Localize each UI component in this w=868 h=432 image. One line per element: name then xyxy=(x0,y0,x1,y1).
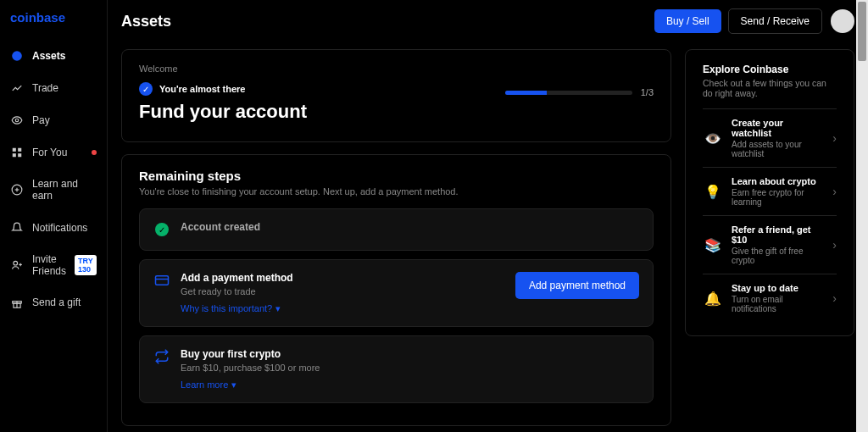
progress: 1/3 xyxy=(505,87,654,97)
step-account-created: ✓ Account created xyxy=(139,208,654,251)
step-sub: Earn $10, purchase $100 or more xyxy=(181,363,639,373)
card-icon xyxy=(153,272,170,289)
svg-rect-4 xyxy=(13,153,16,157)
item-title: Create your watchlist xyxy=(732,118,824,138)
item-title: Stay up to date xyxy=(732,283,824,293)
item-sub: Give the gift of free crypto xyxy=(732,246,824,265)
nav-label: Send a gift xyxy=(32,296,97,308)
trend-icon xyxy=(10,81,24,95)
step-title: Buy your first crypto xyxy=(181,348,639,360)
remaining-sub: You're close to finishing your account s… xyxy=(139,186,654,197)
explore-panel: Explore Coinbase Check out a few things … xyxy=(685,49,854,336)
svg-point-1 xyxy=(15,119,19,122)
bell-icon xyxy=(10,221,24,235)
svg-rect-3 xyxy=(18,148,21,152)
chevron-right-icon: › xyxy=(832,238,837,252)
add-payment-button[interactable]: Add payment method xyxy=(515,272,639,299)
avatar[interactable] xyxy=(831,9,854,33)
gift-icon xyxy=(10,296,24,310)
explore-learn[interactable]: 💡 Learn about crypto Earn free crypto fo… xyxy=(703,167,837,215)
remaining-title: Remaining steps xyxy=(139,169,654,183)
plus-circle-icon xyxy=(10,183,24,197)
send-receive-button[interactable]: Send / Receive xyxy=(728,8,822,34)
item-title: Refer a friend, get $10 xyxy=(732,224,824,245)
svg-point-9 xyxy=(14,262,18,266)
svg-rect-2 xyxy=(13,148,16,152)
nav-trade[interactable]: Trade xyxy=(0,72,107,104)
step-title: Add a payment method xyxy=(181,272,505,284)
topbar: Assets Buy / Sell Send / Receive xyxy=(121,8,854,34)
stack-icon: 📚 xyxy=(703,235,723,255)
link-text: Why is this important? xyxy=(181,303,272,313)
link-text: Learn more xyxy=(181,379,228,390)
status-text: You're almost there xyxy=(159,84,245,94)
nav-label: Invite Friends xyxy=(32,253,66,278)
svg-rect-5 xyxy=(18,153,21,157)
nav-invite-friends[interactable]: Invite Friends TRY 130 xyxy=(0,244,107,287)
hero-panel: Welcome ✓ You're almost there Fund your … xyxy=(121,49,671,142)
learn-more-link[interactable]: Learn more ▾ xyxy=(181,379,236,390)
why-important-link[interactable]: Why is this important? ▾ xyxy=(181,303,281,314)
scrollbar-thumb[interactable] xyxy=(858,2,866,61)
grid-icon xyxy=(10,146,24,159)
bulb-icon: 💡 xyxy=(703,181,723,202)
watchlist-icon: 👁️ xyxy=(703,128,723,148)
step-add-payment: Add a payment method Get ready to trade … xyxy=(139,259,654,327)
check-icon: ✓ xyxy=(139,82,153,96)
chevron-down-icon: ▾ xyxy=(231,379,236,390)
eye-icon xyxy=(10,114,24,127)
nav-label: Pay xyxy=(32,114,97,126)
item-title: Learn about crypto xyxy=(732,176,824,186)
scrollbar[interactable] xyxy=(856,0,868,432)
nav-label: Learn and earn xyxy=(32,178,97,202)
nav-notifications[interactable]: Notifications xyxy=(0,212,107,244)
nav-assets[interactable]: Assets xyxy=(0,40,107,72)
nav-for-you[interactable]: For You xyxy=(0,136,107,169)
svg-point-0 xyxy=(12,51,22,61)
nav-label: For You xyxy=(32,147,83,158)
step-sub: Get ready to trade xyxy=(181,286,505,296)
step-buy-crypto: Buy your first crypto Earn $10, purchase… xyxy=(139,335,654,403)
page-title: Assets xyxy=(121,13,654,30)
nav-label: Notifications xyxy=(32,222,97,234)
try-badge: TRY 130 xyxy=(75,255,97,275)
brand-logo[interactable]: coinbase xyxy=(0,10,107,40)
chevron-right-icon: › xyxy=(832,291,837,305)
explore-title: Explore Coinbase xyxy=(703,64,837,75)
progress-bar xyxy=(505,91,632,95)
item-sub: Earn free crypto for learning xyxy=(732,188,824,207)
item-sub: Add assets to your watchlist xyxy=(732,140,824,158)
explore-sub: Check out a few things you can do right … xyxy=(703,78,837,98)
progress-text: 1/3 xyxy=(641,87,654,97)
main-content: Assets Buy / Sell Send / Receive Welcome… xyxy=(108,0,868,432)
item-sub: Turn on email notifications xyxy=(732,295,824,313)
nav-label: Trade xyxy=(32,82,97,94)
green-check-icon: ✓ xyxy=(153,221,170,238)
explore-notifications[interactable]: 🔔 Stay up to date Turn on email notifica… xyxy=(703,274,837,322)
welcome-label: Welcome xyxy=(139,64,654,74)
chevron-right-icon: › xyxy=(832,131,837,145)
progress-fill xyxy=(505,91,548,95)
explore-watchlist[interactable]: 👁️ Create your watchlist Add assets to y… xyxy=(703,108,837,167)
explore-refer[interactable]: 📚 Refer a friend, get $10 Give the gift … xyxy=(703,215,837,274)
swap-icon xyxy=(153,348,170,365)
remaining-steps-panel: Remaining steps You're close to finishin… xyxy=(121,154,671,426)
nav-pay[interactable]: Pay xyxy=(0,104,107,136)
svg-rect-15 xyxy=(156,276,169,285)
chevron-right-icon: › xyxy=(832,185,837,198)
step-title: Account created xyxy=(181,221,639,233)
bell-icon: 🔔 xyxy=(703,288,723,308)
notification-dot-icon xyxy=(92,150,97,155)
pie-icon xyxy=(10,49,24,63)
sidebar: coinbase Assets Trade Pay For You xyxy=(0,0,108,432)
nav-label: Assets xyxy=(32,50,97,62)
buy-sell-button[interactable]: Buy / Sell xyxy=(654,9,721,33)
nav-send-gift[interactable]: Send a gift xyxy=(0,287,107,319)
person-add-icon xyxy=(10,258,24,272)
nav-learn-earn[interactable]: Learn and earn xyxy=(0,169,107,212)
chevron-down-icon: ▾ xyxy=(275,303,281,314)
hero-title: Fund your account xyxy=(139,101,654,123)
